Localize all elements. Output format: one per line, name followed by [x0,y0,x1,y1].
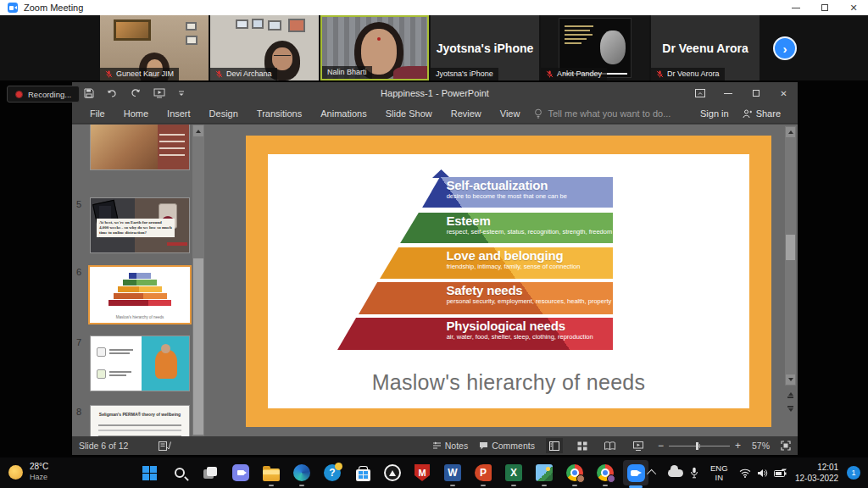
weather-widget[interactable]: 28°C Haze [8,461,48,483]
ppt-body: 5 At best, we're on Earth for around 4,0… [72,125,798,436]
start-from-beginning-icon[interactable] [153,88,165,98]
chrome-profile1-button[interactable] [565,463,585,483]
zoom-close-button[interactable]: ✕ [839,0,868,15]
zoom-in-button[interactable]: + [735,440,741,452]
tab-view[interactable]: View [491,108,530,119]
video-tile-nalin-active-speaker[interactable]: Nalin Bharti [320,15,429,80]
slide-show-view-button[interactable] [630,438,647,453]
powerpoint-button[interactable]: P [473,463,493,483]
notes-toggle[interactable]: Notes [432,441,468,451]
thumbnail-slide-7[interactable] [90,336,190,391]
thumb-scroll-up-button[interactable] [193,125,203,136]
volume-tray-icon[interactable] [757,458,768,488]
tab-animations[interactable]: Animations [311,108,376,119]
mic-muted-icon [656,70,664,78]
customize-qat-icon[interactable] [178,90,185,97]
next-participants-button[interactable]: › [773,36,797,60]
undo-icon[interactable] [107,89,118,98]
slide-content-area: Self-actualization desire to become the … [268,154,749,408]
next-slide-button[interactable] [785,403,796,414]
store-bag-icon [356,469,370,481]
sign-in-link[interactable]: Sign in [700,108,729,119]
zoom-app-button-active[interactable] [623,460,648,485]
word-button[interactable]: W [442,463,463,483]
mic-muted-icon [215,70,223,78]
video-tile-devi[interactable]: Devi Archana [210,15,319,80]
chrome-profile2-button[interactable] [595,463,615,483]
video-tile-ankit[interactable]: Ankit Pandey [541,15,649,80]
microphone-tray-icon[interactable] [690,458,698,488]
zoom-slider[interactable]: − + [658,440,741,452]
zoom-level[interactable]: 57% [752,441,770,451]
quick-assist-button[interactable]: ? [322,463,342,483]
battery-tray-icon[interactable] [774,458,787,488]
redo-icon[interactable] [131,88,141,98]
ribbon-display-options-button[interactable] [686,82,714,104]
zoom-minimize-button[interactable] [782,0,810,15]
start-button[interactable] [139,463,159,483]
search-button[interactable] [170,463,190,483]
tray-show-hidden-icons[interactable] [649,458,656,488]
ppt-titlebar: Happiness-1 - PowerPoint ✕ [72,82,798,104]
reading-view-button[interactable] [602,438,619,453]
file-explorer-button[interactable] [261,463,281,483]
thumbnail-slide-4[interactable] [90,125,190,170]
tab-transitions[interactable]: Transitions [248,108,311,119]
thumbnail-scrollbar[interactable] [192,125,204,436]
mcafee-shield-icon: M [415,464,430,481]
tab-review[interactable]: Review [442,108,491,119]
chat-button[interactable] [231,463,251,483]
tell-me-box[interactable]: Tell me what you want to do... [534,108,670,119]
zoom-out-button[interactable]: − [658,440,664,452]
photos-button[interactable] [534,463,554,483]
canvas-scrollbar-thumb[interactable] [786,235,795,260]
task-view-button[interactable] [200,463,220,483]
app-circle-button[interactable] [382,463,403,483]
zoom-camera-icon [8,3,18,13]
previous-slide-button[interactable] [785,390,796,401]
comments-toggle[interactable]: Comments [479,441,535,451]
quick-access-toolbar [72,88,185,98]
fit-slide-to-window-button[interactable] [781,441,791,451]
tab-file[interactable]: File [81,108,114,119]
zoom-slider-thumb[interactable] [696,442,698,450]
pyramid-level-esteem: Esteem respect, self-esteem, status, rec… [337,213,613,243]
excel-button[interactable]: X [504,463,524,483]
video-tile-veenu[interactable]: Dr Veenu Arora Dr Veenu Arora [651,15,760,80]
microsoft-store-button[interactable] [353,463,373,483]
video-tile-guneet[interactable]: Guneet Kaur JIM [100,15,209,80]
onedrive-tray-icon[interactable] [668,458,683,488]
wifi-tray-icon[interactable] [739,458,751,488]
scroll-down-button[interactable] [786,374,795,385]
notification-badge[interactable]: 1 [847,458,860,488]
thumbnail-slide-8[interactable]: Seligman's PERMA® theory of wellbeing [90,405,190,436]
thumbnail-slide-5[interactable]: At best, we're on Earth for around 4,000… [90,197,190,253]
tab-insert[interactable]: Insert [158,108,200,119]
video-tile-jyotsna[interactable]: Jyotsna's iPhone Jyotsna's iPhone [431,15,539,80]
clock[interactable]: 12:01 12-03-2022 [795,458,838,488]
canvas-scrollbar[interactable] [785,126,796,385]
tab-design[interactable]: Design [200,108,248,119]
tab-home[interactable]: Home [114,108,158,119]
save-icon[interactable] [84,88,94,98]
zoom-window-title: Zoom Meeting [24,3,83,13]
ribbon-tab-bar: File Home Insert Design Transitions Anim… [72,104,798,124]
edge-button[interactable] [292,463,312,483]
language-indicator[interactable]: ENG IN [710,458,728,488]
scroll-up-button[interactable] [786,127,795,137]
slide-sorter-view-button[interactable] [574,438,591,453]
slide[interactable]: Self-actualization desire to become the … [246,136,771,427]
normal-view-button[interactable] [546,438,563,453]
thumbnail-slide-6-selected[interactable]: Maslow's hierarchy of needs [88,265,192,324]
windows-taskbar: 28°C Haze ? M W P X [0,458,868,488]
chrome-icon [566,464,583,481]
zoom-maximize-button[interactable] [810,0,839,15]
share-button[interactable]: Share [743,108,781,119]
ppt-minimize-button[interactable] [714,82,742,104]
spell-check-icon[interactable] [159,441,171,451]
ppt-restore-button[interactable] [742,82,770,104]
thumb-scrollbar-thumb[interactable] [193,258,203,435]
tab-slide-show[interactable]: Slide Show [376,108,442,119]
mcafee-button[interactable]: M [412,463,432,483]
ppt-close-button[interactable]: ✕ [770,82,798,104]
